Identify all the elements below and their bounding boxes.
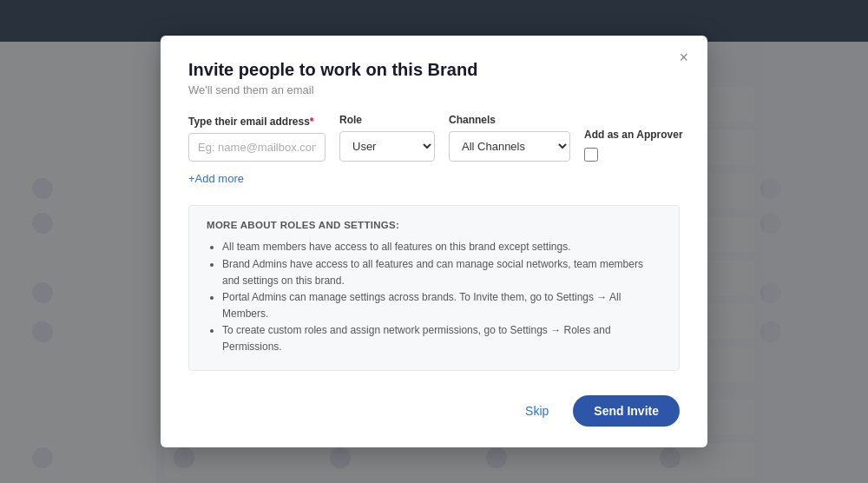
modal-subtitle: We'll send them an email	[188, 83, 680, 96]
approver-label: Add as an Approver	[584, 129, 683, 141]
channels-label: Channels	[449, 114, 570, 126]
modal-overlay: × Invite people to work on this Brand We…	[0, 0, 868, 483]
info-item-1: All team members have access to all feat…	[222, 239, 661, 255]
info-heading: MORE ABOUT ROLES AND SETTINGS:	[207, 220, 661, 230]
email-label: Type their email address*	[188, 116, 326, 128]
modal-title: Invite people to work on this Brand	[188, 60, 680, 80]
modal-header: Invite people to work on this Brand We'l…	[188, 60, 680, 96]
approver-group: Add as an Approver	[584, 129, 680, 162]
email-input[interactable]	[188, 133, 326, 162]
add-more-link[interactable]: +Add more	[188, 172, 244, 185]
form-row: Type their email address* Role User Bran…	[188, 114, 680, 162]
approver-checkbox[interactable]	[584, 148, 598, 162]
approver-checkbox-row	[584, 146, 598, 162]
channels-select[interactable]: All Channels Facebook Twitter Instagram	[449, 131, 570, 162]
send-invite-button[interactable]: Send Invite	[573, 395, 680, 427]
channels-group: Channels All Channels Facebook Twitter I…	[449, 114, 570, 162]
info-box: MORE ABOUT ROLES AND SETTINGS: All team …	[188, 205, 680, 370]
invite-modal: × Invite people to work on this Brand We…	[161, 36, 707, 447]
role-select[interactable]: User Brand Admin Portal Admin	[339, 131, 435, 162]
skip-button[interactable]: Skip	[515, 397, 559, 425]
info-item-2: Brand Admins have access to all features…	[222, 256, 661, 289]
role-group: Role User Brand Admin Portal Admin	[339, 114, 435, 162]
info-item-3: Portal Admins can manage settings across…	[222, 289, 661, 322]
modal-footer: Skip Send Invite	[188, 395, 680, 427]
info-item-4: To create custom roles and assign networ…	[222, 322, 661, 355]
info-list: All team members have access to all feat…	[207, 239, 661, 355]
role-label: Role	[339, 114, 435, 126]
close-button[interactable]: ×	[674, 48, 694, 67]
email-group: Type their email address*	[188, 116, 326, 162]
